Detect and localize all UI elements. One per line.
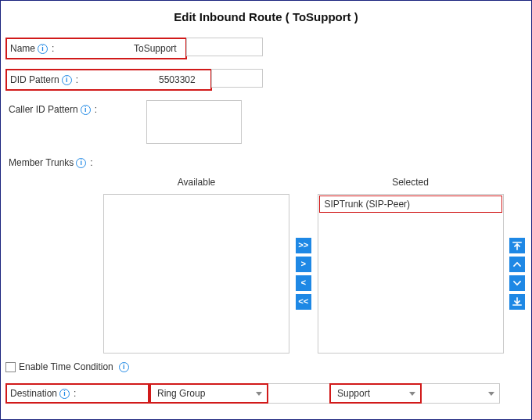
callerid-pattern-input[interactable] — [146, 100, 242, 144]
move-buttons: >> > < << — [294, 177, 313, 354]
page-title: Edit Inbound Route ( ToSupport ) — [5, 10, 527, 23]
info-icon[interactable]: i — [119, 362, 129, 372]
info-icon[interactable]: i — [81, 105, 91, 115]
did-pattern-row: DID Pattern i : — [5, 69, 527, 91]
member-trunks-label: Member Trunks — [9, 157, 74, 168]
name-input-ext[interactable] — [186, 38, 263, 56]
available-listbox[interactable] — [103, 194, 289, 354]
member-trunks-dual-list: Available >> > < << Selected SIPTrunk (S… — [5, 177, 527, 354]
did-pattern-label: DID Pattern — [10, 74, 59, 85]
destination-spacer — [268, 383, 329, 404]
order-buttons — [509, 177, 527, 354]
selected-column: Selected SIPTrunk (SIP-Peer) — [318, 177, 504, 354]
destination-target-dropdown[interactable]: Support — [329, 383, 422, 404]
move-top-button[interactable] — [509, 238, 525, 253]
info-icon[interactable]: i — [76, 158, 86, 168]
destination-target-value: Support — [337, 388, 370, 399]
did-pattern-input[interactable] — [154, 70, 210, 89]
move-left-button[interactable]: < — [296, 275, 311, 291]
info-icon[interactable]: i — [38, 44, 48, 54]
chevron-down-icon — [488, 392, 494, 396]
list-item[interactable]: SIPTrunk (SIP-Peer) — [319, 196, 502, 213]
move-bottom-button[interactable] — [509, 294, 525, 310]
enable-time-condition-row: Enable Time Condition i — [5, 361, 527, 372]
name-input[interactable] — [129, 39, 185, 58]
destination-type-value: Ring Group — [157, 388, 205, 399]
move-all-left-button[interactable]: << — [296, 294, 311, 310]
chevron-down-icon — [409, 392, 415, 396]
member-trunks-row: Member Trunks i : — [5, 153, 527, 172]
name-row: Name i : — [5, 38, 527, 59]
enable-time-condition-checkbox[interactable] — [5, 362, 16, 372]
callerid-pattern-row: Caller ID Pattern i : — [5, 100, 527, 144]
did-pattern-input-ext[interactable] — [211, 69, 263, 88]
callerid-pattern-label: Caller ID Pattern — [9, 104, 78, 115]
selected-header: Selected — [318, 177, 504, 189]
destination-type-dropdown[interactable]: Ring Group — [149, 383, 268, 404]
chevron-down-icon — [256, 392, 262, 396]
move-right-button[interactable]: > — [296, 257, 311, 272]
enable-time-condition-label: Enable Time Condition — [19, 361, 113, 372]
info-icon[interactable]: i — [62, 75, 72, 85]
move-up-button[interactable] — [509, 257, 525, 272]
available-column: Available — [103, 177, 289, 354]
destination-extra-dropdown[interactable] — [422, 383, 500, 404]
available-header: Available — [103, 177, 289, 189]
edit-inbound-route-panel: Edit Inbound Route ( ToSupport ) Name i … — [0, 0, 532, 420]
destination-row: Destination i : Ring Group Support — [5, 383, 527, 404]
info-icon[interactable]: i — [59, 389, 70, 399]
destination-label-box: Destination i : — [5, 383, 149, 404]
destination-label: Destination — [10, 388, 57, 399]
name-label: Name — [10, 43, 35, 54]
move-all-right-button[interactable]: >> — [296, 238, 311, 253]
move-down-button[interactable] — [509, 275, 525, 291]
selected-listbox[interactable]: SIPTrunk (SIP-Peer) — [318, 194, 504, 354]
